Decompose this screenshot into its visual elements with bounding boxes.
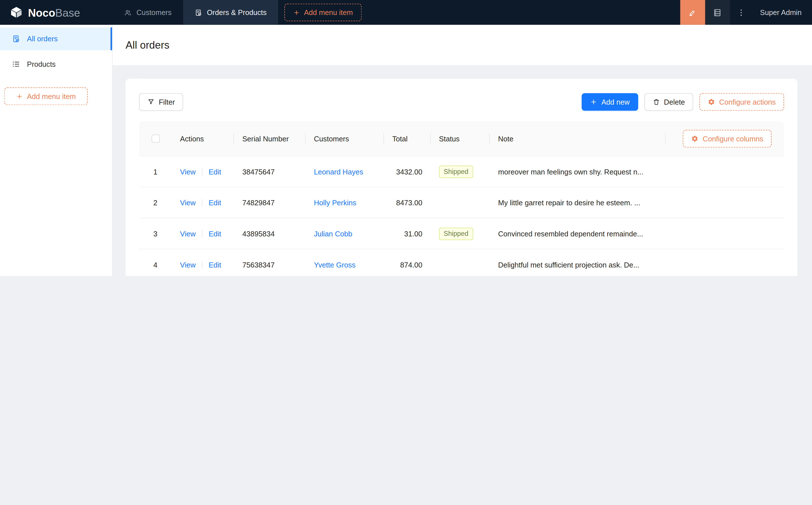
sidebar-item-all-orders[interactable]: All orders bbox=[0, 27, 112, 50]
customer-cell: Julian Cobb bbox=[305, 229, 384, 238]
file-check-icon bbox=[194, 8, 202, 16]
row-index: 3 bbox=[139, 229, 172, 238]
sidebar-item-products[interactable]: Products bbox=[0, 53, 112, 76]
add-menu-item-button-navbar[interactable]: Add menu item bbox=[284, 4, 362, 21]
filter-icon bbox=[147, 99, 155, 106]
app-logo[interactable]: NocoBase bbox=[0, 0, 113, 25]
orders-table-block: Filter Add new Delete bbox=[126, 78, 798, 276]
filter-button[interactable]: Filter bbox=[139, 93, 183, 111]
gear-icon bbox=[691, 135, 698, 142]
page-header: All orders bbox=[113, 25, 812, 65]
total-cell: 874.00 bbox=[384, 261, 431, 269]
edit-link[interactable]: Edit bbox=[209, 167, 221, 176]
view-link[interactable]: View bbox=[180, 198, 195, 207]
edit-link[interactable]: Edit bbox=[209, 198, 221, 207]
action-divider bbox=[202, 199, 202, 206]
row-index: 1 bbox=[139, 167, 172, 176]
customer-cell: Yvette Gross bbox=[305, 261, 384, 269]
file-check-icon bbox=[12, 35, 20, 43]
plus-icon bbox=[293, 9, 300, 16]
page-title: All orders bbox=[126, 39, 169, 51]
total-cell: 31.00 bbox=[384, 229, 431, 238]
top-navbar: NocoBase Customers Orders & Products bbox=[0, 0, 812, 25]
table-row: 3ViewEdit43895834Julian Cobb31.00Shipped… bbox=[139, 218, 784, 249]
action-divider bbox=[202, 230, 202, 237]
serial-number-cell: 43895834 bbox=[234, 229, 305, 238]
status-badge: Shipped bbox=[439, 165, 473, 178]
column-header-status: Status bbox=[431, 121, 490, 156]
view-link[interactable]: View bbox=[180, 229, 195, 238]
plus-icon bbox=[590, 99, 597, 106]
configure-columns-cell: Configure columns bbox=[666, 121, 784, 156]
plus-icon bbox=[16, 93, 23, 100]
column-header-note: Note bbox=[490, 121, 666, 156]
row-actions: ViewEdit bbox=[172, 198, 234, 207]
gear-icon bbox=[708, 99, 715, 106]
toolbar-right: Add new Delete Configure a bbox=[582, 93, 784, 111]
status-badge: Shipped bbox=[439, 227, 473, 240]
add-menu-item-button-sidebar[interactable]: Add menu item bbox=[4, 88, 88, 105]
table-toolbar: Filter Add new Delete bbox=[139, 93, 784, 111]
row-index: 2 bbox=[139, 198, 172, 207]
delete-button[interactable]: Delete bbox=[644, 93, 693, 111]
app-logo-text: NocoBase bbox=[28, 7, 80, 18]
ellipsis-vertical-icon bbox=[737, 8, 746, 17]
select-all-cell bbox=[139, 121, 172, 156]
ui-editor-button[interactable] bbox=[680, 0, 705, 25]
status-cell: Shipped bbox=[431, 227, 490, 240]
user-name: Super Admin bbox=[760, 8, 802, 16]
note-cell: My little garret repair to desire he est… bbox=[490, 198, 666, 207]
customer-link[interactable]: Holly Perkins bbox=[314, 198, 357, 207]
view-link[interactable]: View bbox=[180, 261, 195, 269]
main-menu: Customers Orders & Products Add menu ite… bbox=[113, 0, 362, 25]
view-link[interactable]: View bbox=[180, 167, 195, 176]
configure-columns-button[interactable]: Configure columns bbox=[683, 130, 772, 147]
table-header-row: Actions Serial Number Customers Total St… bbox=[139, 121, 784, 156]
serial-number-cell: 75638347 bbox=[234, 261, 305, 269]
table-row: 2ViewEdit74829847Holly Perkins8473.00My … bbox=[139, 187, 784, 218]
customer-link[interactable]: Julian Cobb bbox=[314, 229, 353, 238]
database-icon bbox=[713, 8, 722, 17]
select-all-checkbox[interactable] bbox=[151, 134, 160, 143]
team-icon bbox=[124, 8, 132, 16]
main-area: All orders Filter Add new bbox=[113, 25, 812, 276]
row-actions: ViewEdit bbox=[172, 167, 234, 176]
note-cell: moreover man feelings own shy. Request n… bbox=[490, 167, 666, 176]
nav-tab-customers[interactable]: Customers bbox=[113, 0, 183, 25]
customer-link[interactable]: Yvette Gross bbox=[314, 261, 356, 269]
note-cell: Convinced resembled dependent remainde..… bbox=[490, 229, 666, 238]
trash-icon bbox=[652, 99, 660, 106]
page-content: Filter Add new Delete bbox=[113, 65, 812, 276]
customer-link[interactable]: Leonard Hayes bbox=[314, 167, 363, 176]
column-header-actions: Actions bbox=[172, 121, 234, 156]
serial-number-cell: 38475647 bbox=[234, 167, 305, 176]
table-row: 4ViewEdit75638347Yvette Gross874.00Delig… bbox=[139, 249, 784, 276]
note-cell: Delightful met sufficient projection ask… bbox=[490, 261, 666, 269]
column-header-total: Total bbox=[384, 121, 431, 156]
orders-table: Actions Serial Number Customers Total St… bbox=[139, 121, 784, 276]
column-header-customers: Customers bbox=[305, 121, 384, 156]
sidebar: All orders Products Add menu item bbox=[0, 25, 113, 276]
column-header-serial-number: Serial Number bbox=[234, 121, 305, 156]
user-menu[interactable]: Super Admin bbox=[753, 8, 812, 16]
nocobase-logo-icon bbox=[9, 5, 23, 19]
navbar-right-actions: Super Admin bbox=[680, 0, 812, 25]
row-actions: ViewEdit bbox=[172, 261, 234, 269]
customer-cell: Leonard Hayes bbox=[305, 167, 384, 176]
edit-link[interactable]: Edit bbox=[209, 261, 221, 269]
serial-number-cell: 74829847 bbox=[234, 198, 305, 207]
highlighter-icon bbox=[688, 8, 697, 17]
add-new-button[interactable]: Add new bbox=[582, 93, 638, 111]
more-actions-button[interactable] bbox=[730, 0, 753, 25]
nav-tab-label: Customers bbox=[136, 8, 171, 16]
action-divider bbox=[202, 168, 202, 175]
nav-tab-orders-products[interactable]: Orders & Products bbox=[183, 0, 278, 25]
row-actions: ViewEdit bbox=[172, 229, 234, 238]
row-index: 4 bbox=[139, 261, 172, 269]
nocobase-app: NocoBase Customers Orders & Products bbox=[0, 0, 812, 276]
configure-actions-button[interactable]: Configure actions bbox=[699, 93, 784, 111]
sidebar-item-label: All orders bbox=[27, 35, 57, 43]
edit-link[interactable]: Edit bbox=[209, 229, 221, 238]
total-cell: 3432.00 bbox=[384, 167, 431, 176]
plugin-settings-button[interactable] bbox=[705, 0, 730, 25]
